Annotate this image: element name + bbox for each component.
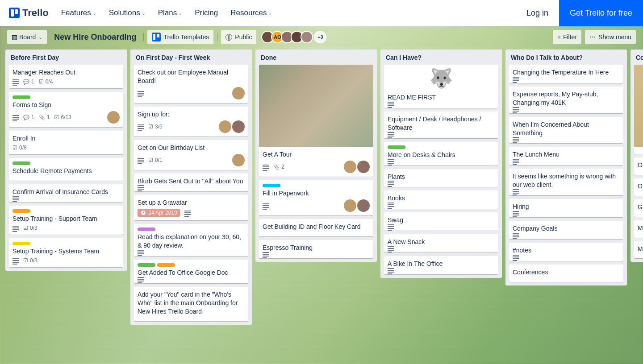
trello-logo-text: Trello bbox=[22, 7, 49, 19]
card[interactable]: Espresso Training bbox=[259, 240, 373, 258]
avatar-overflow[interactable]: +3 bbox=[314, 31, 326, 43]
card[interactable]: Get Building ID and Floor Key Card bbox=[259, 219, 373, 236]
card-title: Hiring bbox=[513, 203, 620, 211]
member-avatar[interactable] bbox=[232, 120, 245, 133]
description-badge bbox=[513, 256, 519, 257]
board-members[interactable]: AO +3 bbox=[264, 31, 326, 43]
templates-button[interactable]: Trello Templates bbox=[147, 30, 213, 44]
list-title[interactable]: On First Day - First Week bbox=[130, 50, 252, 65]
description-icon bbox=[513, 191, 519, 192]
card[interactable]: O bbox=[634, 178, 643, 196]
card[interactable]: Get Added To Office Google Doc bbox=[134, 260, 248, 283]
card[interactable]: Get on Our Birthday List0/1 bbox=[134, 140, 248, 170]
card[interactable]: Schedule Remote Payments bbox=[9, 158, 123, 181]
card[interactable]: Blurb Gets Sent Out to "All" about You bbox=[134, 174, 248, 192]
card[interactable]: A New Snack bbox=[384, 234, 498, 252]
member-avatar[interactable] bbox=[344, 199, 356, 212]
card[interactable]: A Bike In The Office bbox=[384, 256, 498, 274]
label-green[interactable] bbox=[138, 263, 155, 267]
label-green[interactable] bbox=[13, 95, 30, 99]
nav-resources[interactable]: Resources⌄ bbox=[230, 8, 272, 17]
card[interactable]: Books bbox=[384, 190, 498, 209]
description-icon bbox=[513, 235, 519, 236]
card[interactable]: Manager Reaches Out10/4 bbox=[9, 65, 123, 88]
list-title[interactable]: Who Do I Talk to About? bbox=[505, 50, 627, 65]
member-avatar[interactable] bbox=[219, 120, 231, 133]
nav-plans[interactable]: Plans⌄ bbox=[158, 8, 183, 17]
member-avatar[interactable] bbox=[232, 154, 245, 166]
member-avatar[interactable] bbox=[357, 199, 370, 212]
label-yellow[interactable] bbox=[13, 242, 30, 245]
card[interactable]: Equipment / Desk / Headphones / Software bbox=[384, 112, 498, 138]
card[interactable]: Confirm Arrival of Insurance Cards bbox=[9, 184, 123, 203]
visibility-button[interactable]: Public bbox=[221, 30, 256, 44]
board-canvas[interactable]: Before First DayManager Reaches Out10/4F… bbox=[0, 48, 643, 364]
label-green[interactable] bbox=[13, 161, 30, 165]
card[interactable]: Expense reports, My Pay-stub, Changing m… bbox=[509, 87, 623, 113]
card[interactable]: Company Goals bbox=[509, 221, 623, 239]
card[interactable]: 🐺READ ME FIRST bbox=[384, 65, 498, 108]
card-title: Get A Tour bbox=[263, 150, 370, 159]
card[interactable]: #notes bbox=[509, 243, 623, 261]
nav-pricing[interactable]: Pricing bbox=[195, 8, 218, 17]
card[interactable]: Swag bbox=[384, 212, 498, 231]
card[interactable]: M bbox=[634, 220, 643, 238]
card[interactable]: G bbox=[634, 199, 643, 217]
card[interactable]: It seems like something is wrong with ou… bbox=[509, 169, 623, 195]
card[interactable]: Set up a Gravatar 24 Apr 2019 bbox=[134, 195, 248, 220]
list-title[interactable]: Done bbox=[255, 50, 377, 65]
card[interactable]: Hiring bbox=[509, 199, 623, 217]
card-badges bbox=[138, 87, 245, 99]
description-badge bbox=[388, 226, 394, 227]
card[interactable] bbox=[634, 65, 643, 154]
description-icon bbox=[388, 161, 394, 162]
member-avatar[interactable] bbox=[232, 87, 245, 99]
member-avatar[interactable] bbox=[344, 161, 356, 173]
description-badge bbox=[388, 270, 394, 271]
list-title[interactable]: Can I Have? bbox=[380, 50, 502, 65]
nav-features[interactable]: Features⌄ bbox=[61, 8, 96, 17]
card[interactable]: Sign up for:3/6 bbox=[134, 107, 248, 136]
list-title[interactable]: Before First Day bbox=[5, 50, 127, 65]
nav-solutions[interactable]: Solutions⌄ bbox=[109, 8, 146, 17]
card[interactable]: Enroll In0/8 bbox=[9, 131, 123, 154]
member-avatar[interactable] bbox=[357, 161, 370, 173]
card[interactable]: Setup Training - Systems Team0/3 bbox=[9, 238, 123, 267]
card[interactable]: Setup Training - Support Team0/3 bbox=[9, 206, 123, 235]
board-view-button[interactable]: ▥ Board ⌄ bbox=[7, 30, 47, 44]
card[interactable]: Changing the Temperature In Here bbox=[509, 65, 623, 83]
login-link[interactable]: Log in bbox=[516, 0, 559, 26]
checklist-icon bbox=[148, 157, 153, 163]
card[interactable]: Get A Tour2 bbox=[259, 65, 373, 177]
label-purple[interactable] bbox=[138, 228, 155, 231]
label-orange[interactable] bbox=[157, 263, 175, 267]
card[interactable]: O bbox=[634, 157, 643, 175]
show-menu-button[interactable]: ⋯ Show menu bbox=[585, 30, 636, 44]
card[interactable]: Check out our Employee Manual Board! bbox=[134, 65, 248, 103]
card-sticker: 🐺 bbox=[384, 65, 498, 91]
card[interactable]: Read this explanation on your 30, 60, & … bbox=[134, 224, 248, 256]
get-trello-button[interactable]: Get Trello for free bbox=[559, 0, 643, 26]
card[interactable]: When I'm Concerned About Something bbox=[509, 117, 623, 144]
card[interactable]: Add your "You" card in the "Who's Who" l… bbox=[134, 287, 248, 321]
card[interactable]: More on Desks & Chairs bbox=[384, 142, 498, 165]
member-avatar[interactable] bbox=[107, 111, 120, 124]
trello-logo[interactable]: Trello bbox=[9, 7, 49, 19]
card[interactable]: The Lunch Menu bbox=[509, 147, 623, 165]
description-icon bbox=[513, 109, 519, 110]
card-title: The Lunch Menu bbox=[513, 150, 620, 159]
label-green[interactable] bbox=[388, 145, 405, 149]
filter-button[interactable]: ≡ Filter bbox=[553, 30, 581, 44]
card[interactable]: M di co bbox=[634, 241, 643, 259]
list-cards: 🐺READ ME FIRSTEquipment / Desk / Headpho… bbox=[380, 65, 502, 278]
card[interactable]: Plants bbox=[384, 169, 498, 187]
label-orange[interactable] bbox=[13, 209, 30, 213]
label-sky[interactable] bbox=[263, 184, 280, 187]
card[interactable]: Fill in Paperwork bbox=[259, 180, 373, 215]
avatar[interactable] bbox=[301, 31, 313, 43]
card[interactable]: Forms to Sign116/13 bbox=[9, 92, 123, 127]
board-title[interactable]: New Hire Onboarding bbox=[50, 33, 140, 42]
description-badge bbox=[513, 79, 519, 79]
list-title[interactable]: Co bbox=[630, 50, 643, 65]
card[interactable]: Conferences bbox=[509, 265, 623, 282]
